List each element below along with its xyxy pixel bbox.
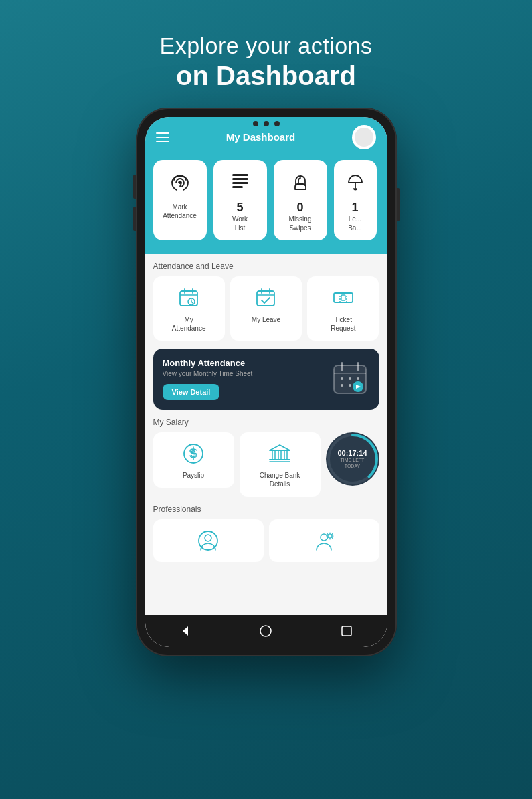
salary-section: My Salary $ Pays [145,418,387,505]
phone-mockup: My Dashboard [136,108,397,656]
timer-label: TIME LEFTTODAY [341,457,365,469]
power-button [397,188,400,221]
person-circle-icon [195,527,221,554]
view-detail-button[interactable]: View Detail [163,384,220,400]
prof-card-1[interactable] [153,519,264,562]
my-attendance-card[interactable]: MyAttendance [153,276,225,341]
svg-point-26 [349,377,351,380]
svg-point-47 [321,534,327,541]
salary-cards-row: $ Payslip [153,432,379,497]
missing-swipes-label: MissingSwipes [289,215,312,232]
payslip-icon: $ [180,440,207,467]
attendance-section-title: Attendance and Leave [153,262,379,271]
professionals-section: Professionals [145,505,387,570]
payslip-label: Payslip [183,471,204,480]
svg-line-12 [191,302,193,303]
my-leave-card[interactable]: My Leave [230,276,302,341]
change-bank-card[interactable]: Change BankDetails [240,432,321,497]
work-list-count: 5 [236,201,243,213]
app-title: My Dashboard [226,131,295,143]
swipe-icon [286,168,315,197]
svg-rect-51 [342,626,351,636]
ticket-icon [330,284,357,311]
volume-down-button [133,207,136,231]
hero-header: Explore your actions on Dashboard [159,32,372,92]
ticket-request-label: TicketRequest [331,315,355,333]
missing-swipes-card[interactable]: 0 MissingSwipes [274,160,327,240]
svg-rect-40 [284,450,287,460]
leave-balance-label: Le...Ba... [348,215,362,232]
banner-calendar-icon [330,359,370,399]
svg-point-27 [357,377,359,380]
list-icon [226,168,255,197]
monthly-attendance-banner[interactable]: Monthly Attendance View your Monthly Tim… [153,349,379,410]
svg-point-46 [205,535,211,541]
svg-rect-17 [334,293,353,302]
svg-rect-38 [272,450,275,460]
svg-point-29 [349,384,351,387]
hero-title: on Dashboard [159,60,372,92]
recent-nav-button[interactable] [335,619,359,643]
svg-marker-49 [183,626,188,636]
payslip-card[interactable]: $ Payslip [153,432,234,488]
back-nav-button[interactable] [173,619,197,643]
my-leave-label: My Leave [252,315,280,324]
time-left-timer: 00:17:14 TIME LEFTTODAY [326,432,379,486]
fingerprint-icon [165,168,195,197]
mark-attendance-card[interactable]: MarkAttendance [153,160,207,240]
gear-person-icon [311,527,337,554]
mark-attendance-label: MarkAttendance [163,203,197,220]
svg-point-50 [260,626,271,636]
svg-rect-2 [232,178,248,180]
svg-point-28 [341,384,343,387]
timer-value: 00:17:14 [337,449,367,457]
prof-card-2[interactable] [269,519,379,562]
svg-rect-13 [257,291,274,306]
ticket-request-card[interactable]: TicketRequest [307,276,379,341]
hamburger-icon[interactable] [156,132,169,142]
calendar-clock-icon [175,284,202,311]
home-nav-button[interactable] [254,619,278,643]
svg-rect-1 [232,174,248,176]
bank-icon [266,440,293,467]
svg-rect-4 [232,186,243,188]
salary-section-title: My Salary [153,418,379,427]
svg-rect-3 [232,182,248,184]
camera-dots [253,121,280,126]
app-content: MarkAttendance 5 WorkList [145,160,387,615]
attendance-cards-row: MyAttendance [153,276,379,341]
attendance-section: Attendance and Leave [145,254,387,341]
svg-marker-37 [270,445,290,450]
missing-swipes-count: 0 [296,201,303,213]
volume-up-button [133,175,136,199]
bottom-nav [145,615,387,647]
professionals-cards-row [153,519,379,562]
banner-title: Monthly Attendance [163,358,330,368]
svg-rect-39 [278,450,281,460]
professionals-section-title: Professionals [153,505,379,514]
calendar-check-icon [252,284,279,311]
leave-balance-card[interactable]: 1 Le...Ba... [334,160,377,240]
my-attendance-label: MyAttendance [172,315,206,333]
work-list-card[interactable]: 5 WorkList [213,160,267,240]
umbrella-icon [341,168,370,197]
avatar-image [355,128,373,147]
user-avatar[interactable] [352,125,376,149]
banner-left: Monthly Attendance View your Monthly Tim… [163,358,330,400]
hero-subtitle: Explore your actions [159,32,372,60]
phone-screen: My Dashboard [145,117,387,647]
quick-actions-row: MarkAttendance 5 WorkList [145,160,387,254]
svg-rect-20 [341,295,345,300]
banner-subtitle: View your Monthly Time Sheet [163,370,330,377]
work-list-label: WorkList [232,215,248,232]
svg-point-25 [341,377,343,380]
change-bank-label: Change BankDetails [260,471,300,489]
leave-balance-count: 1 [351,201,358,213]
